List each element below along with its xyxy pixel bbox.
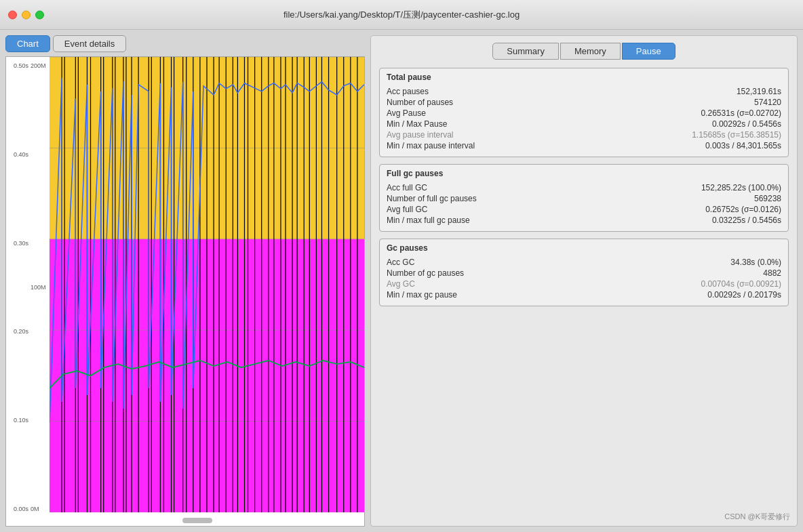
tab-pause[interactable]: Pause bbox=[622, 43, 675, 60]
row-min-max-full-gc: Min / max full gc pause 0.03225s / 0.545… bbox=[387, 215, 781, 226]
row-acc-pauses: Acc pauses 152,319.61s bbox=[387, 86, 781, 97]
main-content: Chart Event details 0.50s 0.40s 0.30s 0.… bbox=[0, 30, 803, 532]
row-avg-full-gc: Avg full GC 0.26752s (σ=0.0126) bbox=[387, 204, 781, 215]
row-num-pauses: Number of pauses 574120 bbox=[387, 97, 781, 108]
value-min-max-gc: 0.00292s / 0.20179s bbox=[707, 290, 781, 300]
value-min-max-pause: 0.00292s / 0.5456s bbox=[712, 119, 781, 129]
tab-bar: Chart Event details bbox=[5, 35, 365, 52]
tab-memory[interactable]: Memory bbox=[560, 43, 621, 60]
chart-container: 0.50s 0.40s 0.30s 0.20s 0.10s 0.00s 200M… bbox=[5, 56, 365, 527]
label-avg-pause: Avg Pause bbox=[387, 108, 426, 118]
y-label-040s: 0.40s bbox=[6, 151, 31, 158]
left-panel: Chart Event details 0.50s 0.40s 0.30s 0.… bbox=[5, 35, 365, 527]
label-min-max-pause: Min / Max Pause bbox=[387, 119, 447, 129]
row-acc-gc: Acc GC 34.38s (0.0%) bbox=[387, 257, 781, 268]
section-full-gc: Full gc pauses Acc full GC 152,285.22s (… bbox=[379, 164, 789, 232]
value-avg-pause-interval: 1.15685s (σ=156.38515) bbox=[692, 130, 781, 140]
row-avg-gc: Avg GC 0.00704s (σ=0.00921) bbox=[387, 279, 781, 289]
y-label-010s: 0.10s bbox=[6, 417, 31, 424]
label-num-gc: Number of gc pauses bbox=[387, 268, 464, 278]
traffic-lights bbox=[8, 10, 44, 19]
value-min-max-full-gc: 0.03225s / 0.5456s bbox=[712, 216, 781, 225]
y-label-000s: 0.00s bbox=[6, 506, 31, 512]
mem-label-200m: 200M bbox=[31, 62, 50, 69]
label-min-max-full-gc: Min / max full gc pause bbox=[387, 216, 470, 225]
label-acc-full-gc: Acc full GC bbox=[387, 183, 427, 192]
row-avg-pause: Avg Pause 0.26531s (σ=0.02702) bbox=[387, 108, 781, 119]
label-avg-pause-interval: Avg pause interval bbox=[387, 130, 454, 140]
y-label-050s: 0.50s bbox=[6, 62, 31, 69]
window-title: file:/Users/kai.yang/Desktop/T/压测/paycen… bbox=[283, 9, 520, 21]
maximize-button[interactable] bbox=[35, 10, 44, 19]
tab-event-details[interactable]: Event details bbox=[53, 35, 126, 52]
value-avg-pause: 0.26531s (σ=0.02702) bbox=[701, 108, 782, 118]
label-avg-gc: Avg GC bbox=[387, 279, 415, 289]
row-num-gc: Number of gc pauses 4882 bbox=[387, 268, 781, 279]
row-acc-full-gc: Acc full GC 152,285.22s (100.0%) bbox=[387, 182, 781, 193]
value-acc-pauses: 152,319.61s bbox=[737, 87, 781, 96]
title-bar: file:/Users/kai.yang/Desktop/T/压测/paycen… bbox=[0, 0, 803, 30]
y-label-020s: 0.20s bbox=[6, 328, 31, 335]
watermark: CSDN @K哥爱修行 bbox=[724, 512, 790, 522]
row-min-max-gc: Min / max gc pause 0.00292s / 0.20179s bbox=[387, 289, 781, 300]
value-num-pauses: 574120 bbox=[754, 98, 781, 107]
close-button[interactable] bbox=[8, 10, 17, 19]
minimize-button[interactable] bbox=[22, 10, 31, 19]
row-min-max-interval: Min / max pause interval 0.003s / 84,301… bbox=[387, 140, 781, 151]
section-title-full-gc: Full gc pauses bbox=[387, 169, 781, 178]
mem-label-0m: 0M bbox=[31, 506, 50, 512]
section-total-pause: Total pause Acc pauses 152,319.61s Numbe… bbox=[379, 68, 789, 157]
section-title-gc-pauses: Gc pauses bbox=[387, 243, 781, 253]
row-min-max-pause: Min / Max Pause 0.00292s / 0.5456s bbox=[387, 119, 781, 129]
label-acc-pauses: Acc pauses bbox=[387, 87, 429, 96]
label-num-full-gc: Number of full gc pauses bbox=[387, 194, 477, 203]
value-acc-gc: 34.38s (0.0%) bbox=[730, 258, 781, 267]
section-gc-pauses: Gc pauses Acc GC 34.38s (0.0%) Number of… bbox=[379, 239, 789, 306]
value-min-max-interval: 0.003s / 84,301.565s bbox=[705, 141, 781, 150]
value-avg-gc: 0.00704s (σ=0.00921) bbox=[701, 279, 782, 289]
tab-summary[interactable]: Summary bbox=[492, 43, 559, 60]
label-min-max-gc: Min / max gc pause bbox=[387, 290, 457, 300]
row-avg-pause-interval: Avg pause interval 1.15685s (σ=156.38515… bbox=[387, 129, 781, 140]
tab-chart[interactable]: Chart bbox=[5, 35, 50, 52]
panel-tabs: Summary Memory Pause bbox=[379, 43, 789, 60]
label-min-max-interval: Min / max pause interval bbox=[387, 141, 475, 150]
value-num-gc: 4882 bbox=[763, 268, 781, 278]
value-acc-full-gc: 152,285.22s (100.0%) bbox=[701, 183, 781, 192]
row-num-full-gc: Number of full gc pauses 569238 bbox=[387, 193, 781, 204]
value-num-full-gc: 569238 bbox=[754, 194, 781, 203]
label-acc-gc: Acc GC bbox=[387, 258, 414, 267]
label-avg-full-gc: Avg full GC bbox=[387, 205, 427, 214]
horizontal-scrollbar[interactable] bbox=[182, 518, 212, 523]
right-panel: Summary Memory Pause Total pause Acc pau… bbox=[370, 35, 798, 527]
mem-label-100m: 100M bbox=[31, 284, 50, 291]
value-avg-full-gc: 0.26752s (σ=0.0126) bbox=[705, 205, 781, 214]
label-num-pauses: Number of pauses bbox=[387, 98, 453, 107]
chart-svg bbox=[50, 57, 364, 512]
y-label-030s: 0.30s bbox=[6, 240, 31, 247]
section-title-total-pause: Total pause bbox=[387, 73, 781, 82]
